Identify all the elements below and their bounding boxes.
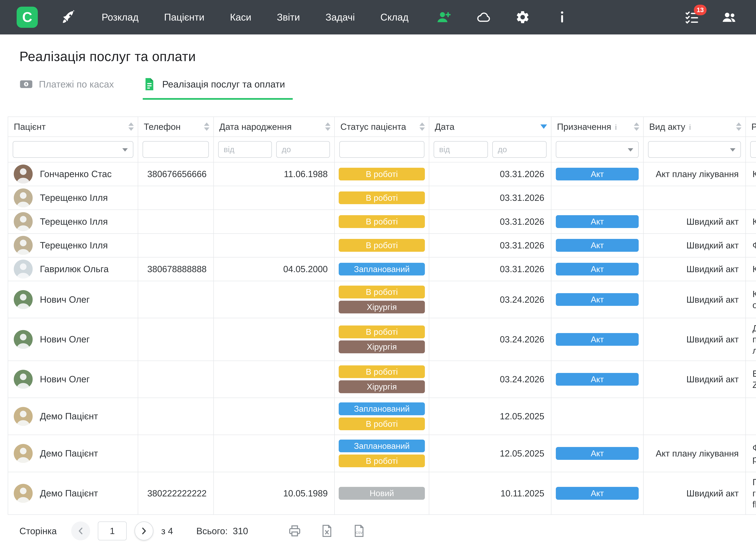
patient-name[interactable]: Терещенко Ілля [40, 192, 108, 203]
cell-work: Діагностика та планування лікування [746, 318, 756, 361]
filter-assignment-select[interactable] [556, 141, 639, 158]
csv-export-icon[interactable]: CSV [352, 524, 366, 537]
filter-status-input[interactable] [339, 141, 424, 158]
cell-phone: 380222222222 [138, 472, 214, 515]
column-header-dob[interactable]: Дата народження [213, 117, 335, 137]
cell-dob [213, 186, 335, 210]
column-header-patient[interactable]: Пацієнт [8, 117, 138, 137]
column-header-date[interactable]: Дата [429, 117, 551, 137]
sort-icons[interactable] [419, 123, 425, 131]
patient-avatar [14, 236, 33, 255]
cell-assignment: Акт [551, 435, 644, 472]
excel-export-icon[interactable] [320, 524, 334, 537]
act-badge[interactable]: Акт [556, 215, 639, 228]
tab-cash-payments[interactable]: Платежі по касах [20, 78, 122, 100]
table-row[interactable]: Терещенко ІлляВ роботі03.31.2026АктШвидк… [8, 210, 756, 234]
cell-date: 03.31.2026 [429, 257, 551, 281]
act-badge[interactable]: Акт [556, 239, 639, 252]
filter-act_type-select[interactable] [648, 141, 741, 158]
act-badge[interactable]: Акт [556, 293, 639, 306]
column-header-assignment[interactable]: Призначенняi [551, 117, 644, 137]
act-badge[interactable]: Акт [556, 447, 639, 460]
table-row[interactable]: Демо ПацієнтЗапланованийВ роботі12.05.20… [8, 435, 756, 472]
sort-icons[interactable] [204, 123, 209, 131]
filter-act_type-input[interactable] [648, 141, 741, 158]
status-badge-planned: Запланований [339, 263, 425, 275]
menu-item-patients[interactable]: Пацієнти [164, 12, 204, 23]
sort-icons[interactable] [634, 123, 639, 131]
table-row[interactable]: Терещенко ІлляВ роботі03.31.2026 [8, 186, 756, 210]
menu-item-schedule[interactable]: Розклад [102, 12, 138, 23]
table-row[interactable]: Нович ОлегВ роботіХірургія03.24.2026АктШ… [8, 281, 756, 318]
column-header-work[interactable]: Робота [746, 117, 756, 137]
settings-gear-icon[interactable] [515, 10, 530, 25]
cell-act-type: Швидкий акт [643, 472, 746, 515]
menu-item-cash[interactable]: Каси [230, 12, 251, 23]
act-badge[interactable]: Акт [556, 168, 639, 181]
patient-name[interactable]: Демо Пацієнт [40, 448, 98, 459]
rocket-icon[interactable] [61, 10, 76, 25]
filter-dob-from[interactable] [218, 141, 272, 158]
prev-page-button[interactable] [71, 521, 90, 540]
filter-dob-to[interactable] [276, 141, 330, 158]
column-header-act_type[interactable]: Вид актуi [643, 117, 746, 137]
table-row[interactable]: Демо ПацієнтЗапланованийВ роботі12.05.20… [8, 398, 756, 435]
sort-icons[interactable] [736, 123, 741, 131]
patient-name[interactable]: Терещенко Ілля [40, 240, 108, 251]
cloud-icon[interactable] [476, 10, 491, 25]
cell-work [746, 186, 756, 210]
info-icon[interactable] [555, 10, 570, 25]
column-header-phone[interactable]: Телефон [138, 117, 214, 137]
info-icon[interactable]: i [689, 123, 691, 132]
cell-patient: Демо Пацієнт [8, 435, 138, 472]
act-badge[interactable]: Акт [556, 333, 639, 346]
next-page-button[interactable] [135, 521, 153, 540]
table-row[interactable]: Нович ОлегВ роботіХірургія03.24.2026АктШ… [8, 361, 756, 398]
patient-name[interactable]: Нович Олег [40, 294, 90, 305]
tab-services-payments[interactable]: Реалізація послуг та оплати [143, 78, 293, 100]
sort-icons[interactable] [325, 123, 331, 131]
page-number-input[interactable] [98, 521, 127, 540]
cell-assignment: Акт [551, 257, 644, 281]
patient-name[interactable]: Гончаренко Стас [40, 169, 112, 180]
table-row[interactable]: Демо Пацієнт38022222222210.05.1989Новий1… [8, 472, 756, 515]
filter-patient-select[interactable] [13, 141, 133, 158]
act-badge[interactable]: Акт [556, 487, 639, 500]
cell-assignment: Акт [551, 318, 644, 361]
info-icon[interactable]: i [615, 123, 617, 132]
task-list-icon[interactable]: 13 [684, 10, 699, 25]
patient-name[interactable]: Демо Пацієнт [40, 411, 98, 422]
cell-patient: Нович Олег [8, 361, 138, 398]
table-row[interactable]: Гончаренко Стас38067665666611.06.1988В р… [8, 162, 756, 186]
app-logo[interactable]: C [17, 7, 38, 28]
sort-icons[interactable] [128, 123, 134, 131]
cell-assignment: Акт [551, 234, 644, 257]
patient-name[interactable]: Гаврилюк Ольга [40, 264, 109, 274]
print-icon[interactable] [288, 524, 301, 537]
patient-name[interactable]: Демо Пацієнт [40, 488, 98, 499]
cell-dob [213, 234, 335, 257]
filter-phone-input[interactable] [143, 141, 209, 158]
menu-item-stock[interactable]: Склад [380, 12, 409, 23]
table-row[interactable]: Терещенко ІлляВ роботі03.31.2026АктШвидк… [8, 234, 756, 257]
status-badge-planned: Запланований [339, 402, 425, 415]
filter-date-from[interactable] [434, 141, 488, 158]
status-badge-work: В роботі [339, 365, 425, 378]
total-count: Всього: 310 [196, 526, 248, 536]
menu-item-reports[interactable]: Звіти [277, 12, 300, 23]
column-header-status[interactable]: Статус пацієнта [335, 117, 429, 137]
patient-name[interactable]: Нович Олег [40, 374, 90, 385]
add-patient-icon[interactable] [436, 10, 451, 25]
act-badge[interactable]: Акт [556, 263, 639, 275]
table-row[interactable]: Нович ОлегВ роботіХірургія03.24.2026АктШ… [8, 318, 756, 361]
table-row[interactable]: Гаврилюк Ольга38067888888804.05.2000Запл… [8, 257, 756, 281]
patient-name[interactable]: Нович Олег [40, 334, 90, 345]
filter-assignment-input[interactable] [556, 141, 639, 158]
patient-name[interactable]: Терещенко Ілля [40, 216, 108, 227]
act-badge[interactable]: Акт [556, 373, 639, 386]
menu-item-tasks[interactable]: Задачі [326, 12, 355, 23]
filter-patient-input[interactable] [13, 141, 133, 158]
filter-work-input[interactable] [750, 141, 756, 158]
filter-date-to[interactable] [492, 141, 547, 158]
contacts-icon[interactable] [722, 10, 736, 25]
